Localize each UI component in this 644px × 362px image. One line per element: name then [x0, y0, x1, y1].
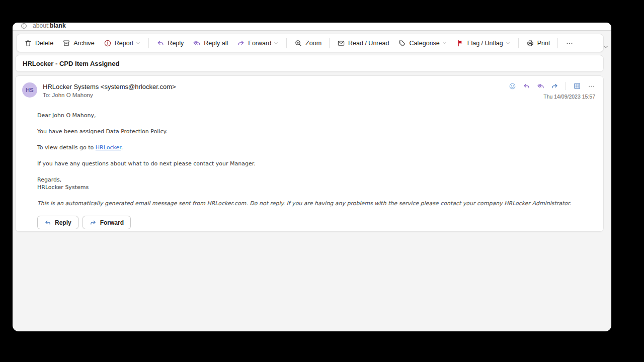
envelope-icon	[337, 39, 345, 47]
email-message-card: HS HRLocker Systems <systems@hrlocker.co…	[15, 75, 604, 232]
header-separator	[566, 82, 566, 90]
forward-arrow-icon	[237, 39, 245, 47]
collapse-pane-chevron-icon[interactable]	[602, 43, 609, 50]
message-more-options-icon[interactable]	[588, 82, 595, 90]
category-tag-icon	[398, 39, 406, 47]
chevron-down-icon	[135, 40, 141, 46]
delete-label: Delete	[35, 40, 53, 47]
toolbar-separator	[557, 38, 558, 48]
reply-all-label: Reply all	[204, 40, 228, 47]
archive-icon	[62, 39, 70, 47]
zoom-label: Zoom	[305, 40, 321, 47]
categorise-label: Categorise	[409, 40, 439, 47]
details-prefix: To view details go to	[37, 144, 96, 151]
reply-all-arrow-icon	[193, 39, 201, 47]
email-subject: HRLocker - CPD Item Assigned	[23, 60, 119, 67]
url-text: about:blank	[33, 23, 66, 29]
hrlocker-link[interactable]: HRLocker	[96, 144, 121, 151]
archive-label: Archive	[73, 40, 95, 47]
toolbar-separator	[518, 38, 519, 48]
signature-block: Regards, HRLocker Systems	[37, 176, 594, 191]
delete-button[interactable]: Delete	[20, 36, 58, 50]
questions-line: If you have any questions about what to …	[37, 160, 594, 167]
recipient-line: To: John O Mahony	[43, 92, 176, 98]
auto-generated-note: This is an automatically generated email…	[37, 200, 594, 207]
quick-actions: Reply Forward	[37, 216, 594, 229]
avatar-initials: HS	[26, 87, 33, 93]
more-options-button[interactable]	[561, 36, 578, 50]
reply-arrow-icon	[156, 39, 165, 47]
sender-name[interactable]: HRLocker Systems <systems@hrlocker.com>	[43, 82, 176, 90]
quick-forward-label: Forward	[100, 219, 124, 226]
mail-toolbar: Delete Archive Report Reply	[16, 34, 604, 52]
signature-line: HRLocker Systems	[37, 184, 594, 191]
chevron-down-icon	[273, 40, 279, 46]
mail-reading-pane-window: about:blank Delete Archive Report	[13, 23, 611, 331]
sender-block: HRLocker Systems <systems@hrlocker.com> …	[43, 82, 176, 98]
print-button[interactable]: Print	[522, 36, 555, 50]
quick-forward-button[interactable]: Forward	[83, 216, 131, 229]
assigned-line: You have been assigned Data Protection P…	[37, 128, 594, 135]
reply-arrow-icon	[44, 219, 51, 226]
chevron-down-icon	[505, 40, 511, 46]
quick-reply-button[interactable]: Reply	[37, 216, 78, 229]
read-unread-label: Read / Unread	[348, 40, 389, 47]
greeting-line: Dear John O Mahony,	[37, 112, 594, 119]
report-warning-icon	[104, 39, 112, 47]
more-options-icon	[566, 39, 574, 47]
regards-line: Regards,	[37, 176, 594, 184]
reply-button[interactable]: Reply	[152, 36, 188, 50]
trash-icon	[24, 39, 32, 47]
flag-unflag-button[interactable]: Flag / Unflag	[452, 36, 515, 50]
reply-label: Reply	[168, 40, 184, 47]
printer-icon	[526, 39, 534, 47]
report-label: Report	[115, 40, 134, 47]
details-line: To view details go to HRLocker.	[37, 144, 594, 151]
forward-message-icon[interactable]	[551, 82, 558, 90]
flag-unflag-label: Flag / Unflag	[467, 40, 503, 47]
zoom-button[interactable]: Zoom	[290, 36, 326, 50]
browser-address-bar[interactable]: about:blank	[13, 23, 611, 31]
toolbar-separator	[329, 38, 330, 48]
message-header-actions: Thu 14/09/2023 15:57	[509, 82, 595, 100]
forward-button[interactable]: Forward	[232, 36, 283, 50]
print-label: Print	[537, 40, 550, 47]
details-suffix: .	[121, 144, 123, 151]
flag-icon	[456, 39, 464, 47]
read-unread-button[interactable]: Read / Unread	[333, 36, 393, 50]
reply-all-button[interactable]: Reply all	[188, 36, 232, 50]
zoom-magnifier-icon	[294, 39, 302, 47]
sender-avatar[interactable]: HS	[22, 82, 37, 98]
toolbar-separator	[148, 38, 149, 48]
report-button[interactable]: Report	[99, 36, 146, 50]
email-body: Dear John O Mahony, You have been assign…	[37, 112, 594, 207]
apps-grid-icon[interactable]	[573, 82, 581, 90]
forward-arrow-icon	[90, 219, 97, 226]
email-subject-bar: HRLocker - CPD Item Assigned	[15, 55, 604, 72]
reply-message-icon[interactable]	[523, 82, 530, 90]
chevron-down-icon	[442, 40, 447, 46]
toolbar-separator	[286, 38, 287, 48]
categorise-button[interactable]: Categorise	[393, 36, 451, 50]
quick-reply-label: Reply	[55, 219, 71, 226]
reply-all-message-icon[interactable]	[537, 82, 544, 90]
archive-button[interactable]: Archive	[58, 36, 99, 50]
page-info-icon[interactable]	[21, 23, 27, 29]
message-date: Thu 14/09/2023 15:57	[509, 94, 595, 100]
add-reaction-smiley-icon[interactable]	[509, 82, 516, 90]
forward-label: Forward	[248, 40, 271, 47]
